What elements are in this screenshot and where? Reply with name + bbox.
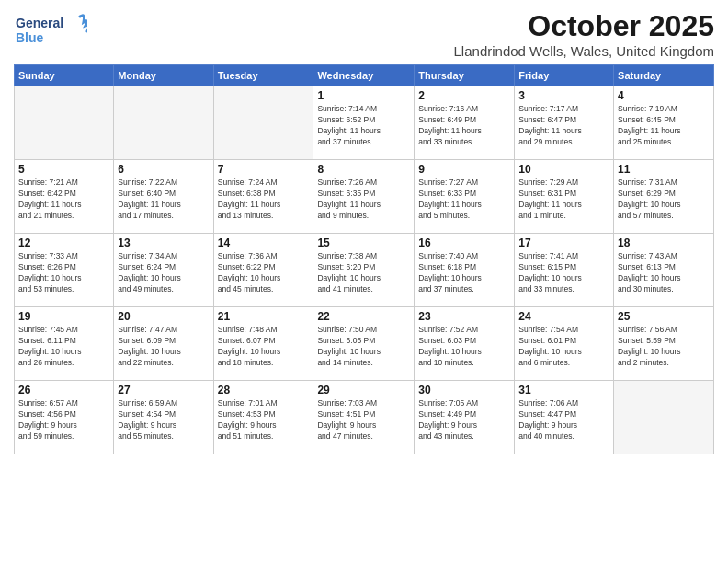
day-info: Sunrise: 7:52 AM Sunset: 6:03 PM Dayligh… (418, 325, 510, 369)
day-number: 19 (18, 310, 109, 323)
calendar-cell: 15Sunrise: 7:38 AM Sunset: 6:20 PM Dayli… (313, 234, 415, 307)
day-info: Sunrise: 7:24 AM Sunset: 6:38 PM Dayligh… (218, 178, 310, 222)
calendar-cell: 10Sunrise: 7:29 AM Sunset: 6:31 PM Dayli… (515, 160, 614, 234)
calendar-cell (15, 86, 114, 160)
logo: General Blue (14, 9, 87, 54)
day-info: Sunrise: 7:41 AM Sunset: 6:15 PM Dayligh… (518, 251, 609, 295)
calendar-cell: 24Sunrise: 7:54 AM Sunset: 6:01 PM Dayli… (515, 307, 614, 381)
calendar-cell: 30Sunrise: 7:05 AM Sunset: 4:49 PM Dayli… (415, 381, 515, 454)
calendar-cell: 6Sunrise: 7:22 AM Sunset: 6:40 PM Daylig… (114, 160, 213, 234)
calendar-cell: 17Sunrise: 7:41 AM Sunset: 6:15 PM Dayli… (515, 234, 614, 307)
day-number: 21 (218, 310, 310, 323)
weekday-header-wednesday: Wednesday (313, 65, 415, 86)
calendar-cell: 5Sunrise: 7:21 AM Sunset: 6:42 PM Daylig… (15, 160, 114, 234)
day-number: 13 (118, 236, 209, 249)
day-number: 16 (418, 236, 510, 249)
day-number: 3 (518, 89, 609, 102)
day-info: Sunrise: 7:43 AM Sunset: 6:13 PM Dayligh… (618, 251, 710, 295)
calendar-cell: 16Sunrise: 7:40 AM Sunset: 6:18 PM Dayli… (415, 234, 515, 307)
weekday-header-sunday: Sunday (15, 65, 114, 86)
day-info: Sunrise: 7:01 AM Sunset: 4:53 PM Dayligh… (218, 398, 310, 442)
calendar-cell: 9Sunrise: 7:27 AM Sunset: 6:33 PM Daylig… (415, 160, 515, 234)
calendar-cell: 26Sunrise: 6:57 AM Sunset: 4:56 PM Dayli… (15, 381, 114, 454)
day-number: 25 (618, 310, 710, 323)
day-info: Sunrise: 7:16 AM Sunset: 6:49 PM Dayligh… (418, 104, 510, 148)
calendar-cell: 22Sunrise: 7:50 AM Sunset: 6:05 PM Dayli… (313, 307, 415, 381)
day-info: Sunrise: 7:31 AM Sunset: 6:29 PM Dayligh… (618, 178, 710, 222)
day-info: Sunrise: 7:33 AM Sunset: 6:26 PM Dayligh… (18, 251, 109, 295)
day-number: 27 (118, 384, 209, 396)
day-info: Sunrise: 7:06 AM Sunset: 4:47 PM Dayligh… (518, 398, 609, 442)
day-info: Sunrise: 7:26 AM Sunset: 6:35 PM Dayligh… (317, 178, 410, 222)
day-number: 24 (518, 310, 609, 323)
location-subtitle: Llandrindod Wells, Wales, United Kingdom (454, 43, 714, 59)
day-number: 8 (317, 163, 410, 176)
day-info: Sunrise: 7:27 AM Sunset: 6:33 PM Dayligh… (418, 178, 510, 222)
svg-text:Blue: Blue (16, 30, 44, 45)
day-number: 30 (418, 384, 510, 396)
day-number: 26 (18, 384, 109, 396)
calendar-cell: 21Sunrise: 7:48 AM Sunset: 6:07 PM Dayli… (213, 307, 313, 381)
day-number: 29 (317, 384, 410, 396)
day-number: 10 (518, 163, 609, 176)
calendar-cell: 3Sunrise: 7:17 AM Sunset: 6:47 PM Daylig… (515, 86, 614, 160)
calendar-cell: 1Sunrise: 7:14 AM Sunset: 6:52 PM Daylig… (313, 86, 415, 160)
day-info: Sunrise: 7:34 AM Sunset: 6:24 PM Dayligh… (118, 251, 209, 295)
calendar-table: SundayMondayTuesdayWednesdayThursdayFrid… (14, 64, 714, 454)
weekday-header-tuesday: Tuesday (213, 65, 313, 86)
day-number: 11 (618, 163, 710, 176)
weekday-header-saturday: Saturday (614, 65, 714, 86)
logo-svg: General Blue (14, 9, 87, 51)
day-info: Sunrise: 7:22 AM Sunset: 6:40 PM Dayligh… (118, 178, 209, 222)
week-row-2: 5Sunrise: 7:21 AM Sunset: 6:42 PM Daylig… (15, 160, 714, 234)
calendar-cell (614, 381, 714, 454)
day-number: 20 (118, 310, 209, 323)
day-number: 23 (418, 310, 510, 323)
calendar-cell: 11Sunrise: 7:31 AM Sunset: 6:29 PM Dayli… (614, 160, 714, 234)
calendar-cell: 25Sunrise: 7:56 AM Sunset: 5:59 PM Dayli… (614, 307, 714, 381)
weekday-header-friday: Friday (515, 65, 614, 86)
weekday-header-row: SundayMondayTuesdayWednesdayThursdayFrid… (15, 65, 714, 86)
calendar-cell: 23Sunrise: 7:52 AM Sunset: 6:03 PM Dayli… (415, 307, 515, 381)
title-block: October 2025 Llandrindod Wells, Wales, U… (454, 9, 714, 59)
day-number: 28 (218, 384, 310, 396)
calendar-cell: 28Sunrise: 7:01 AM Sunset: 4:53 PM Dayli… (213, 381, 313, 454)
calendar-cell: 13Sunrise: 7:34 AM Sunset: 6:24 PM Dayli… (114, 234, 213, 307)
week-row-5: 26Sunrise: 6:57 AM Sunset: 4:56 PM Dayli… (15, 381, 714, 454)
week-row-1: 1Sunrise: 7:14 AM Sunset: 6:52 PM Daylig… (15, 86, 714, 160)
calendar-cell: 18Sunrise: 7:43 AM Sunset: 6:13 PM Dayli… (614, 234, 714, 307)
day-info: Sunrise: 7:29 AM Sunset: 6:31 PM Dayligh… (518, 178, 609, 222)
day-number: 2 (418, 89, 510, 102)
day-number: 5 (18, 163, 109, 176)
day-info: Sunrise: 7:56 AM Sunset: 5:59 PM Dayligh… (618, 325, 710, 369)
day-info: Sunrise: 7:19 AM Sunset: 6:45 PM Dayligh… (618, 104, 710, 148)
day-number: 17 (518, 236, 609, 249)
week-row-3: 12Sunrise: 7:33 AM Sunset: 6:26 PM Dayli… (15, 234, 714, 307)
day-number: 9 (418, 163, 510, 176)
weekday-header-monday: Monday (114, 65, 213, 86)
day-number: 12 (18, 236, 109, 249)
day-info: Sunrise: 7:48 AM Sunset: 6:07 PM Dayligh… (218, 325, 310, 369)
calendar-cell: 14Sunrise: 7:36 AM Sunset: 6:22 PM Dayli… (213, 234, 313, 307)
svg-text:General: General (16, 16, 63, 30)
day-info: Sunrise: 7:21 AM Sunset: 6:42 PM Dayligh… (18, 178, 109, 222)
logo-block: General Blue (14, 9, 87, 54)
day-info: Sunrise: 7:54 AM Sunset: 6:01 PM Dayligh… (518, 325, 609, 369)
calendar-cell: 20Sunrise: 7:47 AM Sunset: 6:09 PM Dayli… (114, 307, 213, 381)
week-row-4: 19Sunrise: 7:45 AM Sunset: 6:11 PM Dayli… (15, 307, 714, 381)
day-number: 18 (618, 236, 710, 249)
day-number: 7 (218, 163, 310, 176)
calendar-cell: 29Sunrise: 7:03 AM Sunset: 4:51 PM Dayli… (313, 381, 415, 454)
day-number: 15 (317, 236, 410, 249)
calendar-cell: 19Sunrise: 7:45 AM Sunset: 6:11 PM Dayli… (15, 307, 114, 381)
calendar-cell: 27Sunrise: 6:59 AM Sunset: 4:54 PM Dayli… (114, 381, 213, 454)
day-info: Sunrise: 7:45 AM Sunset: 6:11 PM Dayligh… (18, 325, 109, 369)
day-number: 31 (518, 384, 609, 396)
calendar-cell: 7Sunrise: 7:24 AM Sunset: 6:38 PM Daylig… (213, 160, 313, 234)
day-info: Sunrise: 7:17 AM Sunset: 6:47 PM Dayligh… (518, 104, 609, 148)
day-number: 1 (317, 89, 410, 102)
day-info: Sunrise: 7:03 AM Sunset: 4:51 PM Dayligh… (317, 398, 410, 442)
weekday-header-thursday: Thursday (415, 65, 515, 86)
header: General Blue October 2025 Llandrindod We… (14, 9, 714, 59)
day-info: Sunrise: 7:14 AM Sunset: 6:52 PM Dayligh… (317, 104, 410, 148)
